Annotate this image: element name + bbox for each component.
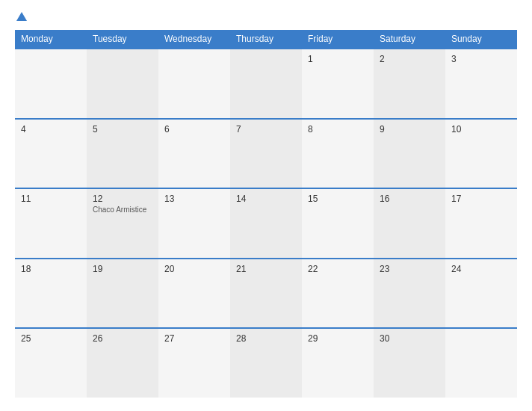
header-day-saturday: Saturday (374, 30, 445, 48)
calendar-cell-week4-day1: 18 (15, 259, 87, 328)
calendar-cell-week4-day7: 24 (445, 259, 517, 328)
day-number: 29 (308, 333, 368, 344)
calendar-week-2: 45678910 (15, 118, 517, 188)
calendar-week-1: 123 (15, 48, 517, 118)
calendar-cell-week1-day1 (15, 49, 87, 118)
day-number: 17 (451, 194, 511, 204)
day-number: 3 (451, 54, 511, 64)
calendar-cell-week5-day7 (445, 329, 517, 398)
day-number: 16 (380, 194, 439, 204)
day-number: 1 (308, 54, 368, 64)
calendar-cell-week5-day4: 28 (230, 329, 302, 398)
day-number: 4 (21, 124, 81, 135)
header-day-sunday: Sunday (445, 30, 517, 48)
calendar-cell-week3-day4: 14 (230, 189, 302, 258)
calendar-cell-week2-day3: 6 (158, 120, 230, 188)
calendar-cell-week5-day1: 25 (15, 329, 87, 398)
calendar-week-4: 18192021222324 (15, 258, 517, 328)
calendar-cell-week2-day5: 8 (302, 120, 374, 188)
calendar-cell-week1-day2 (87, 49, 158, 118)
day-number: 20 (164, 264, 224, 274)
calendar: MondayTuesdayWednesdayThursdayFridaySatu… (15, 30, 517, 398)
page: MondayTuesdayWednesdayThursdayFridaySatu… (0, 0, 532, 411)
day-number: 21 (236, 264, 296, 274)
calendar-cell-week1-day5: 1 (302, 49, 374, 118)
day-number: 5 (93, 124, 152, 135)
calendar-cell-week4-day6: 23 (374, 259, 445, 328)
calendar-cell-week2-day4: 7 (230, 120, 302, 188)
day-number: 19 (93, 264, 152, 274)
calendar-cell-week2-day2: 5 (87, 120, 158, 188)
calendar-cell-week3-day2: 12Chaco Armistice (87, 189, 158, 258)
calendar-cell-week3-day1: 11 (15, 189, 87, 258)
day-number: 30 (380, 333, 439, 344)
calendar-cell-week5-day5: 29 (302, 329, 374, 398)
day-number: 10 (451, 124, 511, 135)
day-number: 15 (308, 194, 368, 204)
day-number: 12 (93, 194, 152, 204)
calendar-cell-week4-day3: 20 (158, 259, 230, 328)
day-number: 7 (236, 124, 296, 135)
calendar-cell-week3-day7: 17 (445, 189, 517, 258)
day-number: 27 (164, 333, 224, 344)
header-day-wednesday: Wednesday (158, 30, 230, 48)
event-label: Chaco Armistice (93, 206, 152, 214)
day-number: 13 (164, 194, 224, 204)
day-number: 24 (451, 264, 511, 274)
day-number: 2 (380, 54, 439, 64)
day-number: 9 (380, 124, 439, 135)
logo-triangle-icon (16, 12, 27, 21)
day-number: 18 (21, 264, 81, 274)
calendar-cell-week2-day7: 10 (445, 120, 517, 188)
day-number: 11 (21, 194, 81, 204)
calendar-cell-week3-day6: 16 (374, 189, 445, 258)
calendar-week-5: 252627282930 (15, 327, 517, 398)
day-number: 23 (380, 264, 439, 274)
header-day-tuesday: Tuesday (87, 30, 158, 48)
calendar-cell-week4-day2: 19 (87, 259, 158, 328)
calendar-cell-week5-day6: 30 (374, 329, 445, 398)
calendar-cell-week4-day4: 21 (230, 259, 302, 328)
day-number: 8 (308, 124, 368, 135)
day-number: 28 (236, 333, 296, 344)
header-day-monday: Monday (15, 30, 87, 48)
header-day-thursday: Thursday (230, 30, 302, 48)
day-number: 25 (21, 333, 81, 344)
calendar-cell-week3-day5: 15 (302, 189, 374, 258)
calendar-cell-week1-day3 (158, 49, 230, 118)
logo (15, 13, 28, 22)
day-number: 14 (236, 194, 296, 204)
calendar-cell-week2-day1: 4 (15, 120, 87, 188)
calendar-cell-week1-day4 (230, 49, 302, 118)
calendar-header-row: MondayTuesdayWednesdayThursdayFridaySatu… (15, 30, 517, 48)
calendar-cell-week2-day6: 9 (374, 120, 445, 188)
header (15, 13, 517, 22)
calendar-cell-week4-day5: 22 (302, 259, 374, 328)
calendar-cell-week5-day3: 27 (158, 329, 230, 398)
day-number: 6 (164, 124, 224, 135)
calendar-cell-week1-day7: 3 (445, 49, 517, 118)
header-day-friday: Friday (302, 30, 374, 48)
calendar-cell-week3-day3: 13 (158, 189, 230, 258)
day-number: 22 (308, 264, 368, 274)
calendar-week-3: 1112Chaco Armistice1314151617 (15, 188, 517, 258)
calendar-cell-week5-day2: 26 (87, 329, 158, 398)
calendar-body: 123456789101112Chaco Armistice1314151617… (15, 48, 517, 398)
day-number: 26 (93, 333, 152, 344)
calendar-cell-week1-day6: 2 (374, 49, 445, 118)
